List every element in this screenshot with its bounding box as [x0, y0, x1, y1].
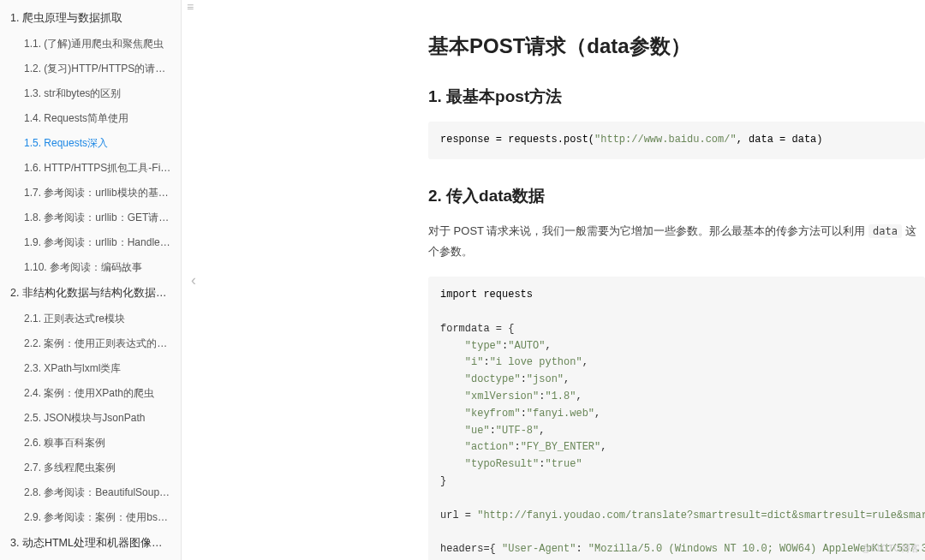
- code-block-2: import requests formdata = { "type":"AUT…: [428, 277, 925, 560]
- toc-item[interactable]: 1.5. Requests深入: [0, 131, 181, 156]
- inline-code-data: data: [868, 224, 902, 238]
- chevron-left-icon[interactable]: ‹: [191, 271, 196, 289]
- content-area[interactable]: 基本POST请求（data参数） 1. 最基本post方法 response =…: [206, 0, 925, 560]
- collapse-bar: ≡ ‹: [182, 0, 206, 560]
- toc-item[interactable]: 1.7. 参考阅读：urllib模块的基本...: [0, 181, 181, 206]
- toc-item[interactable]: 2.8. 参考阅读：BeautifulSoup4 ...: [0, 480, 181, 505]
- toc-item[interactable]: 3.1. 动态HTML介绍: [0, 557, 181, 560]
- page-title: 基本POST请求（data参数）: [428, 33, 925, 60]
- toc-item[interactable]: 1.3. str和bytes的区别: [0, 81, 181, 106]
- toc-item[interactable]: 2.5. JSON模块与JsonPath: [0, 406, 181, 431]
- toc-chapter[interactable]: 2. 非结构化数据与结构化数据提取: [0, 280, 181, 307]
- toc-item[interactable]: 2.7. 多线程爬虫案例: [0, 456, 181, 480]
- toc-item[interactable]: 1.8. 参考阅读：urllib：GET请求...: [0, 206, 181, 230]
- sidebar-toc[interactable]: 1. 爬虫原理与数据抓取1.1. (了解)通用爬虫和聚焦爬虫1.2. (复习)H…: [0, 0, 182, 560]
- para-text: 对于 POST 请求来说，我们一般需要为它增加一些参数。那么最基本的传参方法可以…: [428, 224, 868, 237]
- code-text: response = requests.post(: [440, 134, 594, 146]
- toc-item[interactable]: 1.9. 参考阅读：urllib：Handler处...: [0, 230, 181, 255]
- top-icon-row: ≡: [187, 0, 194, 14]
- toc-item[interactable]: 1.4. Requests简单使用: [0, 106, 181, 131]
- toc-item[interactable]: 2.9. 参考阅读：案例：使用bs4的...: [0, 505, 181, 530]
- toc-item[interactable]: 1.1. (了解)通用爬虫和聚焦爬虫: [0, 32, 181, 57]
- code-block-1: response = requests.post("http://www.bai…: [428, 122, 925, 159]
- toc-item[interactable]: 2.1. 正则表达式re模块: [0, 307, 181, 331]
- code-url: "http://www.baidu.com/": [594, 134, 737, 146]
- section-2-paragraph: 对于 POST 请求来说，我们一般需要为它增加一些参数。那么最基本的传参方法可以…: [428, 221, 925, 263]
- toc-chapter[interactable]: 1. 爬虫原理与数据抓取: [0, 5, 181, 32]
- toc-item[interactable]: 2.2. 案例：使用正则表达式的爬虫: [0, 331, 181, 356]
- toc-item[interactable]: 2.6. 糗事百科案例: [0, 431, 181, 456]
- toc-item[interactable]: 1.10. 参考阅读：编码故事: [0, 255, 181, 280]
- code-text: , data = data): [737, 134, 823, 146]
- menu-icon[interactable]: ≡: [187, 0, 194, 14]
- toc-item[interactable]: 1.2. (复习)HTTP/HTTPS的请求与...: [0, 57, 181, 81]
- toc-item[interactable]: 2.4. 案例：使用XPath的爬虫: [0, 381, 181, 406]
- toc-chapter[interactable]: 3. 动态HTML处理和机器图像识别: [0, 530, 181, 557]
- section-2-heading: 2. 传入data数据: [428, 185, 925, 207]
- toc-item[interactable]: 1.6. HTTP/HTTPS抓包工具-Fiddler: [0, 156, 181, 181]
- toc-item[interactable]: 2.3. XPath与lxml类库: [0, 356, 181, 381]
- section-1-heading: 1. 最基本post方法: [428, 86, 925, 108]
